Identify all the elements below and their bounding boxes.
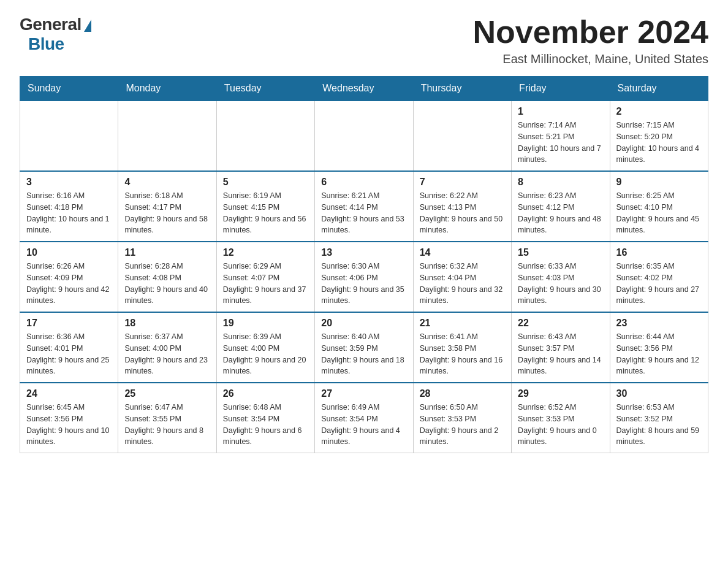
- day-info: Sunrise: 6:41 AM Sunset: 3:58 PM Dayligh…: [420, 331, 505, 377]
- day-number: 15: [518, 247, 603, 258]
- calendar-cell: [315, 101, 413, 171]
- calendar-cell: 16Sunrise: 6:35 AM Sunset: 4:02 PM Dayli…: [610, 242, 708, 312]
- day-info: Sunrise: 6:30 AM Sunset: 4:06 PM Dayligh…: [321, 261, 406, 307]
- day-info: Sunrise: 6:43 AM Sunset: 3:57 PM Dayligh…: [518, 331, 603, 377]
- calendar-week-row: 10Sunrise: 6:26 AM Sunset: 4:09 PM Dayli…: [20, 242, 708, 312]
- day-number: 28: [420, 388, 505, 399]
- calendar-cell: 25Sunrise: 6:47 AM Sunset: 3:55 PM Dayli…: [118, 383, 216, 453]
- day-info: Sunrise: 6:18 AM Sunset: 4:17 PM Dayligh…: [124, 190, 210, 236]
- day-number: 5: [223, 177, 308, 188]
- weekday-header: Sunday: [20, 77, 118, 101]
- calendar-week-row: 24Sunrise: 6:45 AM Sunset: 3:56 PM Dayli…: [20, 383, 708, 453]
- day-info: Sunrise: 6:36 AM Sunset: 4:01 PM Dayligh…: [26, 331, 112, 377]
- day-info: Sunrise: 6:19 AM Sunset: 4:15 PM Dayligh…: [223, 190, 308, 236]
- calendar-cell: 5Sunrise: 6:19 AM Sunset: 4:15 PM Daylig…: [216, 171, 314, 242]
- weekday-header: Monday: [118, 77, 216, 101]
- day-number: 24: [26, 388, 112, 399]
- weekday-header: Saturday: [610, 77, 708, 101]
- day-number: 18: [124, 318, 210, 329]
- month-title: November 2024: [473, 15, 708, 50]
- calendar-cell: [413, 101, 511, 171]
- day-number: 25: [124, 388, 210, 399]
- day-number: 9: [616, 177, 702, 188]
- day-info: Sunrise: 6:47 AM Sunset: 3:55 PM Dayligh…: [124, 402, 210, 448]
- day-info: Sunrise: 6:33 AM Sunset: 4:03 PM Dayligh…: [518, 261, 603, 307]
- calendar-cell: [216, 101, 314, 171]
- logo-triangle-icon: [84, 20, 91, 32]
- day-number: 29: [518, 388, 603, 399]
- calendar-cell: 9Sunrise: 6:25 AM Sunset: 4:10 PM Daylig…: [610, 171, 708, 242]
- day-number: 14: [420, 247, 505, 258]
- calendar-table: SundayMondayTuesdayWednesdayThursdayFrid…: [20, 76, 708, 453]
- calendar-cell: 24Sunrise: 6:45 AM Sunset: 3:56 PM Dayli…: [20, 383, 118, 453]
- day-number: 19: [223, 318, 308, 329]
- day-number: 3: [26, 177, 112, 188]
- day-number: 23: [616, 318, 702, 329]
- day-number: 12: [223, 247, 308, 258]
- day-info: Sunrise: 6:28 AM Sunset: 4:08 PM Dayligh…: [124, 261, 210, 307]
- calendar-cell: 13Sunrise: 6:30 AM Sunset: 4:06 PM Dayli…: [315, 242, 413, 312]
- day-info: Sunrise: 6:48 AM Sunset: 3:54 PM Dayligh…: [223, 402, 308, 448]
- calendar-cell: 28Sunrise: 6:50 AM Sunset: 3:53 PM Dayli…: [413, 383, 511, 453]
- logo-general-text: General: [20, 15, 82, 34]
- day-number: 21: [420, 318, 505, 329]
- calendar-cell: 22Sunrise: 6:43 AM Sunset: 3:57 PM Dayli…: [512, 312, 610, 383]
- day-info: Sunrise: 6:50 AM Sunset: 3:53 PM Dayligh…: [420, 402, 505, 448]
- day-number: 11: [124, 247, 210, 258]
- day-number: 20: [321, 318, 406, 329]
- calendar-header-row: SundayMondayTuesdayWednesdayThursdayFrid…: [20, 77, 708, 101]
- day-info: Sunrise: 6:49 AM Sunset: 3:54 PM Dayligh…: [321, 402, 406, 448]
- calendar-cell: 17Sunrise: 6:36 AM Sunset: 4:01 PM Dayli…: [20, 312, 118, 383]
- calendar-cell: 1Sunrise: 7:14 AM Sunset: 5:21 PM Daylig…: [512, 101, 610, 171]
- day-info: Sunrise: 6:25 AM Sunset: 4:10 PM Dayligh…: [616, 190, 702, 236]
- weekday-header: Friday: [512, 77, 610, 101]
- calendar-cell: 27Sunrise: 6:49 AM Sunset: 3:54 PM Dayli…: [315, 383, 413, 453]
- title-section: November 2024 East Millinocket, Maine, U…: [473, 15, 708, 66]
- day-number: 13: [321, 247, 406, 258]
- calendar-cell: [20, 101, 118, 171]
- calendar-cell: 7Sunrise: 6:22 AM Sunset: 4:13 PM Daylig…: [413, 171, 511, 242]
- calendar-cell: 11Sunrise: 6:28 AM Sunset: 4:08 PM Dayli…: [118, 242, 216, 312]
- day-info: Sunrise: 6:40 AM Sunset: 3:59 PM Dayligh…: [321, 331, 406, 377]
- calendar-cell: 21Sunrise: 6:41 AM Sunset: 3:58 PM Dayli…: [413, 312, 511, 383]
- day-info: Sunrise: 6:32 AM Sunset: 4:04 PM Dayligh…: [420, 261, 505, 307]
- day-number: 30: [616, 388, 702, 399]
- weekday-header: Wednesday: [315, 77, 413, 101]
- calendar-cell: 10Sunrise: 6:26 AM Sunset: 4:09 PM Dayli…: [20, 242, 118, 312]
- day-number: 10: [26, 247, 112, 258]
- day-info: Sunrise: 7:15 AM Sunset: 5:20 PM Dayligh…: [616, 120, 702, 166]
- weekday-header: Thursday: [413, 77, 511, 101]
- day-info: Sunrise: 6:39 AM Sunset: 4:00 PM Dayligh…: [223, 331, 308, 377]
- calendar-cell: 30Sunrise: 6:53 AM Sunset: 3:52 PM Dayli…: [610, 383, 708, 453]
- day-info: Sunrise: 6:53 AM Sunset: 3:52 PM Dayligh…: [616, 402, 702, 448]
- day-number: 1: [518, 106, 603, 117]
- day-number: 22: [518, 318, 603, 329]
- logo-blue-text: Blue: [28, 34, 64, 54]
- day-info: Sunrise: 6:29 AM Sunset: 4:07 PM Dayligh…: [223, 261, 308, 307]
- day-info: Sunrise: 6:45 AM Sunset: 3:56 PM Dayligh…: [26, 402, 112, 448]
- day-number: 6: [321, 177, 406, 188]
- day-number: 26: [223, 388, 308, 399]
- day-number: 16: [616, 247, 702, 258]
- calendar-cell: 20Sunrise: 6:40 AM Sunset: 3:59 PM Dayli…: [315, 312, 413, 383]
- location-text: East Millinocket, Maine, United States: [473, 52, 708, 66]
- calendar-cell: 19Sunrise: 6:39 AM Sunset: 4:00 PM Dayli…: [216, 312, 314, 383]
- weekday-header: Tuesday: [216, 77, 314, 101]
- calendar-cell: 12Sunrise: 6:29 AM Sunset: 4:07 PM Dayli…: [216, 242, 314, 312]
- day-number: 27: [321, 388, 406, 399]
- calendar-cell: 26Sunrise: 6:48 AM Sunset: 3:54 PM Dayli…: [216, 383, 314, 453]
- calendar-cell: 14Sunrise: 6:32 AM Sunset: 4:04 PM Dayli…: [413, 242, 511, 312]
- calendar-cell: 4Sunrise: 6:18 AM Sunset: 4:17 PM Daylig…: [118, 171, 216, 242]
- calendar-week-row: 17Sunrise: 6:36 AM Sunset: 4:01 PM Dayli…: [20, 312, 708, 383]
- calendar-week-row: 1Sunrise: 7:14 AM Sunset: 5:21 PM Daylig…: [20, 101, 708, 171]
- day-info: Sunrise: 6:44 AM Sunset: 3:56 PM Dayligh…: [616, 331, 702, 377]
- calendar-cell: 15Sunrise: 6:33 AM Sunset: 4:03 PM Dayli…: [512, 242, 610, 312]
- day-info: Sunrise: 6:26 AM Sunset: 4:09 PM Dayligh…: [26, 261, 112, 307]
- calendar-cell: 3Sunrise: 6:16 AM Sunset: 4:18 PM Daylig…: [20, 171, 118, 242]
- calendar-cell: 2Sunrise: 7:15 AM Sunset: 5:20 PM Daylig…: [610, 101, 708, 171]
- day-number: 17: [26, 318, 112, 329]
- calendar-cell: 18Sunrise: 6:37 AM Sunset: 4:00 PM Dayli…: [118, 312, 216, 383]
- calendar-cell: 29Sunrise: 6:52 AM Sunset: 3:53 PM Dayli…: [512, 383, 610, 453]
- logo: General Blue: [20, 15, 91, 54]
- day-info: Sunrise: 6:35 AM Sunset: 4:02 PM Dayligh…: [616, 261, 702, 307]
